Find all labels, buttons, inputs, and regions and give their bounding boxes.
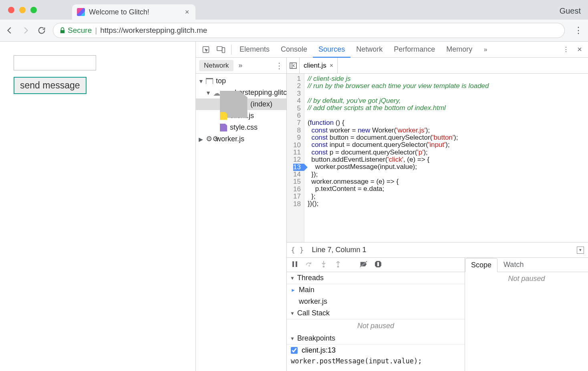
threads-section: ▼Threads Main worker.js (287, 272, 465, 307)
tab-console[interactable]: Console (275, 42, 313, 58)
thread-main[interactable]: Main (287, 284, 465, 296)
back-button[interactable] (5, 26, 14, 35)
profile-label[interactable]: Guest (560, 6, 581, 16)
navigator-mode-picker[interactable]: Network (199, 60, 234, 71)
reload-button[interactable] (37, 26, 46, 35)
file-tree: ▼ top ▼ ☁ workerstepping.glitch (index) (196, 74, 286, 371)
deactivate-breakpoints-button[interactable] (360, 260, 368, 270)
url-text: https://workerstepping.glitch.me (100, 26, 207, 35)
close-file-tab-icon[interactable]: × (330, 62, 333, 69)
step-over-button[interactable] (305, 260, 313, 270)
pause-button[interactable] (291, 260, 299, 270)
more-tabs-icon[interactable]: » (479, 44, 491, 56)
minimize-window-icon[interactable] (19, 7, 26, 13)
close-devtools-icon[interactable]: × (574, 45, 586, 54)
file-tab-clientjs[interactable]: client.js × (300, 58, 338, 74)
maximize-window-icon[interactable] (30, 7, 37, 13)
js-file-icon (220, 112, 227, 120)
navigator-menu-icon[interactable]: ⋮ (275, 61, 283, 70)
line-gutter[interactable]: 123456789101112131415161718 (287, 74, 304, 242)
step-into-button[interactable] (320, 260, 328, 270)
worker-icon: ⚙⚙ (206, 134, 213, 142)
breakpoints-header[interactable]: ▼Breakpoints (287, 333, 465, 345)
cursor-position: Line 7, Column 1 (312, 246, 366, 254)
navigator-header: Network » ⋮ (196, 58, 286, 74)
device-toggle-icon[interactable] (215, 44, 227, 56)
tree-file-stylecss[interactable]: style.css (196, 122, 286, 133)
message-input[interactable] (14, 55, 96, 70)
watch-tab[interactable]: Watch (497, 258, 530, 272)
favicon-icon (77, 8, 85, 16)
tree-worker[interactable]: ▶ ⚙⚙ worker.js (196, 133, 286, 145)
breakpoint-item[interactable]: client.js:13 (287, 345, 465, 356)
tab-elements[interactable]: Elements (234, 42, 275, 58)
tab-sources[interactable]: Sources (313, 42, 350, 58)
content-area: send message Elements Console Sources Ne… (0, 42, 588, 371)
threads-header[interactable]: ▼Threads (287, 272, 465, 284)
scope-tab[interactable]: Scope (465, 258, 497, 272)
cloud-icon: ☁ (213, 89, 220, 97)
devtools-menu-icon[interactable]: ⋮ (560, 44, 572, 56)
tab-network[interactable]: Network (350, 42, 388, 58)
debugger-panel: ▼Threads Main worker.js ▼Call Stack Not … (287, 257, 588, 371)
browser-tab[interactable]: Welcome to Glitch! × (72, 4, 195, 20)
format-code-icon[interactable]: { } (291, 246, 304, 254)
source-viewer: client.js × 123456789101112131415161718 … (287, 58, 588, 371)
svg-rect-5 (292, 261, 294, 267)
scope-not-paused: Not paused (465, 272, 588, 285)
scope-watch-tabs: Scope Watch (465, 258, 588, 272)
svg-rect-1 (217, 46, 222, 50)
breakpoint-checkbox[interactable] (291, 347, 298, 354)
tab-memory[interactable]: Memory (441, 42, 478, 58)
svg-point-7 (308, 265, 310, 266)
callstack-not-paused: Not paused (287, 319, 465, 333)
debugger-left-panel: ▼Threads Main worker.js ▼Call Stack Not … (287, 258, 465, 371)
svg-rect-13 (377, 262, 379, 266)
navigator-more-icon[interactable]: » (238, 61, 242, 70)
pause-on-exceptions-button[interactable] (374, 260, 382, 270)
breakpoints-section: ▼Breakpoints client.js:13 worker.postMes… (287, 333, 465, 366)
close-tab-icon[interactable]: × (183, 8, 191, 16)
tab-performance[interactable]: Performance (388, 42, 441, 58)
send-message-button[interactable]: send message (14, 77, 87, 94)
svg-point-8 (323, 265, 325, 267)
sources-navigator: Network » ⋮ ▼ top ▼ ☁ workerstepping.gli… (196, 58, 287, 371)
svg-rect-2 (222, 47, 225, 52)
lock-icon (60, 27, 65, 34)
breakpoint-label: client.js:13 (302, 346, 336, 355)
address-bar[interactable]: Secure | https://workerstepping.glitch.m… (53, 23, 565, 38)
devtools-tabstrip: Elements Console Sources Network Perform… (196, 42, 588, 58)
window-controls (8, 7, 37, 13)
browser-toolbar: Secure | https://workerstepping.glitch.m… (0, 20, 588, 42)
code-text: // client-side js// run by the browser e… (304, 74, 492, 242)
secure-badge: Secure (60, 26, 92, 35)
url-separator: | (95, 26, 97, 35)
editor-status-bar: { } Line 7, Column 1 ▾ (287, 242, 588, 257)
debugger-right-panel: Scope Watch Not paused (465, 258, 588, 371)
callstack-header[interactable]: ▼Call Stack (287, 307, 465, 319)
tree-top[interactable]: ▼ top (196, 75, 286, 87)
inspect-element-icon[interactable] (200, 44, 212, 56)
callstack-section: ▼Call Stack Not paused (287, 307, 465, 333)
browser-menu-icon[interactable]: ⋮ (574, 25, 583, 36)
rendered-page: send message (0, 42, 196, 371)
step-out-button[interactable] (334, 260, 342, 270)
debugger-controls (287, 258, 465, 272)
svg-rect-6 (296, 261, 297, 267)
devtools-panel: Elements Console Sources Network Perform… (196, 42, 588, 371)
svg-point-9 (337, 265, 339, 267)
code-editor[interactable]: 123456789101112131415161718 // client-si… (287, 74, 588, 242)
forward-button[interactable] (21, 26, 30, 35)
show-console-icon[interactable]: ▾ (577, 247, 584, 254)
breakpoint-code: worker.postMessage(input.value); (287, 356, 465, 366)
css-file-icon (220, 124, 227, 132)
secure-label: Secure (68, 26, 92, 35)
browser-tab-strip: Welcome to Glitch! × Guest (0, 0, 588, 20)
source-file-tabs: client.js × (287, 58, 588, 74)
tab-title: Welcome to Glitch! (89, 8, 183, 16)
toggle-navigator-icon[interactable] (287, 58, 300, 74)
thread-worker[interactable]: worker.js (287, 296, 465, 307)
frame-icon (206, 78, 213, 84)
close-window-icon[interactable] (8, 7, 14, 13)
tree-file-index[interactable]: (index) (196, 98, 286, 110)
